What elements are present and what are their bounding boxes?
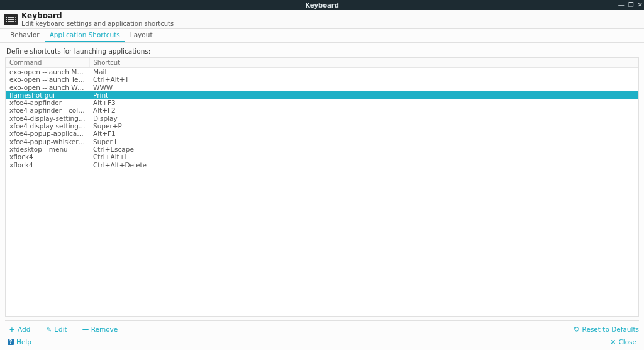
cell-shortcut: Alt+F2: [89, 106, 638, 114]
cell-shortcut: Super+P: [89, 122, 638, 130]
cell-command: xfce4-popup-whiskermenu: [6, 138, 89, 145]
cell-command: xfdesktop --menu: [6, 145, 89, 153]
cell-shortcut: Super L: [89, 138, 638, 145]
help-button-label: Help: [16, 338, 31, 346]
cell-command: xfce4-appfinder --collapsed: [6, 106, 89, 114]
remove-button-label: Remove: [91, 325, 118, 333]
cell-shortcut: Print: [89, 91, 638, 99]
table-row[interactable]: xflock4Ctrl+Alt+Delete: [6, 161, 638, 169]
minimize-icon[interactable]: —: [618, 2, 625, 8]
maximize-icon[interactable]: ❐: [628, 2, 634, 8]
shortcuts-table: Command Shortcut exo-open --launch MailR…: [6, 58, 638, 169]
cell-shortcut: Alt+F1: [89, 130, 638, 137]
pencil-icon: ✎: [45, 325, 52, 333]
tab-behavior[interactable]: Behavior: [5, 28, 45, 42]
window-title: Keyboard: [0, 2, 644, 9]
column-header-shortcut[interactable]: Shortcut: [89, 58, 638, 68]
cell-shortcut: Ctrl+Alt+T: [89, 76, 638, 83]
content: Define shortcuts for launching applicati…: [0, 43, 644, 334]
close-button[interactable]: ✕ Close: [611, 338, 636, 346]
cell-command: xfce4-display-settings --minimal: [6, 122, 89, 130]
define-shortcuts-label: Define shortcuts for launching applicati…: [5, 46, 639, 57]
tab-application-shortcuts[interactable]: Application Shortcuts: [45, 28, 125, 42]
cell-shortcut: Ctrl+Alt+Delete: [89, 161, 638, 169]
cell-command: exo-open --launch TerminalEmulator: [6, 76, 89, 83]
cell-shortcut: WWW: [89, 84, 638, 91]
header: Keyboard Edit keyboard settings and appl…: [0, 10, 644, 29]
cell-command: xfce4-display-settings --minimal: [6, 115, 89, 122]
table-row[interactable]: xflock4Ctrl+Alt+L: [6, 153, 638, 161]
tabs: Behavior Application Shortcuts Layout: [0, 29, 644, 43]
table-row[interactable]: xfce4-popup-applicationsmenuAlt+F1: [6, 130, 638, 137]
header-text: Keyboard Edit keyboard settings and appl…: [21, 11, 174, 27]
cell-shortcut: Ctrl+Escape: [89, 145, 638, 153]
tab-layout[interactable]: Layout: [125, 28, 158, 42]
table-row[interactable]: xfce4-display-settings --minimalDisplay: [6, 115, 638, 122]
bottom-bar: ? Help ✕ Close: [0, 334, 644, 350]
table-row[interactable]: exo-open --launch WebBrowserWWW: [6, 84, 638, 91]
cell-command: flameshot gui: [6, 91, 89, 99]
table-row[interactable]: flameshot guiPrint: [6, 91, 638, 99]
cell-shortcut: Alt+F3: [89, 99, 638, 106]
cell-command: exo-open --launch MailReader: [6, 68, 89, 76]
close-icon: ✕: [611, 338, 616, 346]
cell-command: xflock4: [6, 153, 89, 161]
close-window-icon[interactable]: ✕: [638, 2, 643, 8]
close-button-label: Close: [618, 338, 636, 346]
keyboard-icon: [4, 14, 18, 25]
shortcuts-table-wrap: Command Shortcut exo-open --launch MailR…: [5, 57, 639, 317]
reset-defaults-button[interactable]: Reset to Defaults: [574, 325, 639, 333]
add-button-label: Add: [18, 325, 30, 333]
table-row[interactable]: xfce4-appfinderAlt+F3: [6, 99, 638, 106]
cell-command: exo-open --launch WebBrowser: [6, 84, 89, 91]
cell-command: xfce4-appfinder: [6, 99, 89, 106]
cell-command: xfce4-popup-applicationsmenu: [6, 130, 89, 137]
header-subtitle: Edit keyboard settings and application s…: [21, 20, 174, 27]
cell-command: xflock4: [6, 161, 89, 169]
window-controls: — ❐ ✕: [618, 0, 643, 10]
edit-button-label: Edit: [54, 325, 67, 333]
column-header-command[interactable]: Command: [6, 58, 89, 68]
remove-button[interactable]: — Remove: [79, 325, 122, 334]
minus-icon: —: [82, 325, 89, 333]
table-row[interactable]: xfce4-display-settings --minimalSuper+P: [6, 122, 638, 130]
titlebar: Keyboard — ❐ ✕: [0, 0, 644, 10]
action-bar: + Add ✎ Edit — Remove Reset to Defaults: [5, 320, 639, 334]
cell-shortcut: Mail: [89, 68, 638, 76]
header-title: Keyboard: [21, 11, 174, 20]
table-row[interactable]: xfce4-appfinder --collapsedAlt+F2: [6, 106, 638, 114]
plus-icon: +: [9, 325, 15, 333]
table-row[interactable]: xfce4-popup-whiskermenuSuper L: [6, 138, 638, 145]
table-row[interactable]: exo-open --launch TerminalEmulatorCtrl+A…: [6, 76, 638, 83]
edit-button[interactable]: ✎ Edit: [42, 325, 70, 334]
revert-icon: [574, 326, 580, 332]
add-button[interactable]: + Add: [5, 325, 34, 334]
help-button[interactable]: ? Help: [8, 338, 31, 346]
cell-shortcut: Display: [89, 115, 638, 122]
table-row[interactable]: exo-open --launch MailReaderMail: [6, 68, 638, 76]
help-icon: ?: [8, 339, 14, 345]
reset-defaults-label: Reset to Defaults: [582, 325, 639, 333]
cell-shortcut: Ctrl+Alt+L: [89, 153, 638, 161]
table-row[interactable]: xfdesktop --menuCtrl+Escape: [6, 145, 638, 153]
